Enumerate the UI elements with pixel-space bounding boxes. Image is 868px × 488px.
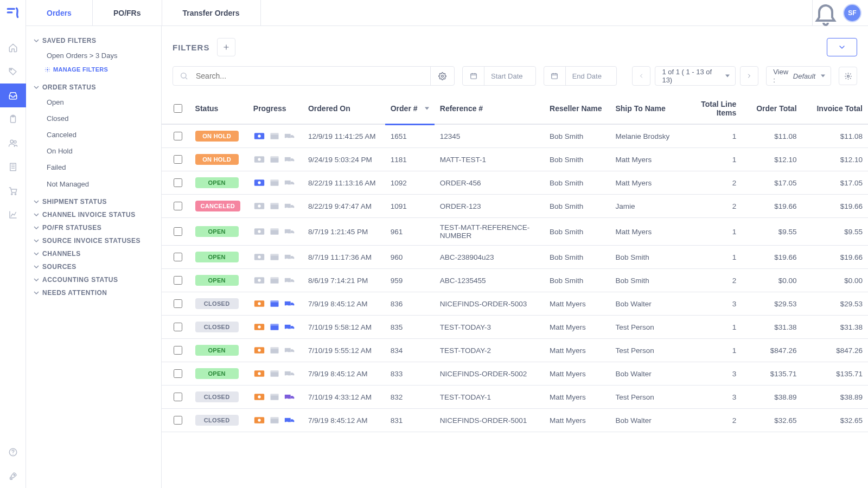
help-icon[interactable] [0, 440, 26, 464]
section-collapsed[interactable]: CHANNEL INVOICE STATUS [34, 211, 154, 219]
inbox-icon[interactable] [0, 84, 26, 107]
order-status-item[interactable]: Canceled [34, 127, 154, 143]
users-icon[interactable] [0, 131, 26, 155]
svg-rect-61 [270, 300, 278, 302]
table-row[interactable]: OPEN7/9/19 8:45:12 AM833NICEFINDS-ORDER-… [162, 362, 868, 386]
tab-transfer-orders[interactable]: Transfer Orders [162, 0, 261, 25]
cell-reference: TEST-TODAY-2 [435, 339, 544, 362]
cell-ship-to: Test Person [610, 316, 675, 339]
svg-rect-91 [270, 417, 278, 419]
row-checkbox[interactable] [174, 202, 182, 210]
order-status-item[interactable]: Not Managed [34, 176, 154, 192]
row-checkbox[interactable] [174, 323, 182, 331]
table-row[interactable]: CLOSED7/10/19 4:33:12 AM832TEST-TODAY-1M… [162, 386, 868, 409]
building-icon[interactable] [0, 155, 26, 179]
chart-icon[interactable] [0, 203, 26, 227]
search-input[interactable] [195, 67, 430, 85]
order-status-item[interactable]: On Hold [34, 143, 154, 159]
svg-point-0 [10, 69, 11, 70]
row-checkbox[interactable] [174, 393, 182, 401]
table-row[interactable]: OPEN8/22/19 11:13:16 AM1092ORDER-456Bob … [162, 171, 868, 195]
saved-filter-item[interactable]: Open Orders > 3 Days [34, 48, 154, 64]
tab-pofrs[interactable]: PO/FRs [93, 0, 162, 25]
prev-page-button[interactable] [632, 66, 650, 86]
section-collapsed[interactable]: ACCOUNTING STATUS [34, 276, 154, 284]
view-select[interactable]: View : Default [766, 66, 831, 86]
notifications-icon[interactable] [813, 0, 839, 26]
section-collapsed[interactable]: SOURCE INVOICE STATUSES [34, 237, 154, 245]
svg-point-33 [291, 184, 292, 186]
col-ship-to[interactable]: Ship To Name [610, 93, 675, 124]
col-order-total[interactable]: Order Total [742, 93, 802, 124]
search-field[interactable] [173, 66, 455, 86]
col-line-items[interactable]: Total Line Items [676, 93, 742, 124]
col-reseller[interactable]: Reseller Name [544, 93, 610, 124]
table-row[interactable]: OPEN7/10/19 5:55:12 AM834TEST-TODAY-2Mat… [162, 339, 868, 362]
table-row[interactable]: CANCELED8/22/19 9:47:47 AM1091ORDER-123B… [162, 195, 868, 218]
section-collapsed[interactable]: PO/FR STATUSES [34, 224, 154, 232]
row-checkbox[interactable] [174, 369, 182, 378]
order-status-item[interactable]: Failed [34, 159, 154, 176]
clipboard-icon[interactable] [0, 107, 26, 131]
section-title: CHANNELS [42, 250, 81, 258]
expand-panel-button[interactable] [827, 38, 857, 56]
table-row[interactable]: ON HOLD9/24/19 5:03:24 PM1181MATT-TEST-1… [162, 148, 868, 171]
table-settings-button[interactable] [839, 67, 857, 85]
user-avatar[interactable]: SF [843, 4, 861, 22]
row-checkbox[interactable] [174, 155, 182, 164]
order-status-item[interactable]: Closed [34, 111, 154, 127]
select-all-checkbox[interactable] [174, 104, 182, 113]
col-status[interactable]: Status [190, 93, 248, 124]
section-collapsed[interactable]: SHIPMENT STATUS [34, 198, 154, 206]
svg-point-29 [258, 181, 260, 184]
section-saved-filters[interactable]: SAVED FILTERS [34, 37, 154, 44]
col-reference[interactable]: Reference # [435, 93, 544, 124]
cell-ordered-on: 7/9/19 8:45:12 AM [303, 292, 385, 316]
row-checkbox[interactable] [174, 416, 182, 425]
end-date-input[interactable]: End Date [544, 66, 617, 86]
row-checkbox[interactable] [174, 299, 182, 308]
section-collapsed[interactable]: NEEDS ATTENTION [34, 289, 154, 297]
row-checkbox[interactable] [174, 178, 182, 187]
add-filter-button[interactable] [217, 38, 235, 56]
tag-icon[interactable] [0, 60, 26, 84]
table-row[interactable]: OPEN8/6/19 7:14:21 PM959ABC-1235455Bob S… [162, 269, 868, 292]
section-collapsed[interactable]: SOURCES [34, 263, 154, 271]
order-status-item[interactable]: Open [34, 94, 154, 111]
cell-order-number: 831 [385, 409, 435, 432]
section-collapsed[interactable]: CHANNELS [34, 250, 154, 258]
table-row[interactable]: CLOSED7/9/19 8:45:12 AM831NICEFINDS-ORDE… [162, 409, 868, 432]
row-checkbox[interactable] [174, 253, 182, 261]
row-checkbox[interactable] [174, 227, 182, 236]
col-invoice-total[interactable]: Invoice Total [802, 93, 868, 124]
search-settings-button[interactable] [430, 67, 454, 85]
svg-rect-31 [270, 179, 278, 181]
next-page-button[interactable] [740, 66, 758, 86]
page-select[interactable]: 1 of 1 ( 1 - 13 of 13) [655, 66, 736, 86]
status-badge: OPEN [195, 275, 239, 286]
table-row[interactable]: OPEN8/7/19 11:17:36 AM960ABC-238904u23Bo… [162, 246, 868, 269]
col-ordered-on[interactable]: Ordered On [303, 93, 385, 124]
home-icon[interactable] [0, 36, 26, 60]
svg-point-17 [258, 134, 260, 137]
section-order-status[interactable]: ORDER STATUS [34, 84, 154, 91]
table-row[interactable]: CLOSED7/10/19 5:58:12 AM835TEST-TODAY-3M… [162, 316, 868, 339]
cell-order-number: 832 [385, 386, 435, 409]
table-row[interactable]: CLOSED7/9/19 8:45:12 AM836NICEFINDS-ORDE… [162, 292, 868, 316]
row-checkbox[interactable] [174, 132, 182, 140]
row-checkbox[interactable] [174, 276, 182, 285]
cell-order-number: 959 [385, 269, 435, 292]
cell-reference: ORDER-456 [435, 171, 544, 195]
manage-filters-link[interactable]: MANAGE FILTERS [34, 64, 154, 78]
tab-orders[interactable]: Orders [26, 0, 93, 25]
rocket-icon[interactable] [0, 464, 26, 488]
cell-ship-to: Bob Smith [610, 246, 675, 269]
col-order-number[interactable]: Order # [385, 93, 435, 124]
table-row[interactable]: ON HOLD12/9/19 11:41:25 AM165112345Bob S… [162, 124, 868, 148]
cell-reseller: Matt Myers [544, 362, 610, 386]
row-checkbox[interactable] [174, 346, 182, 355]
start-date-input[interactable]: Start Date [462, 66, 536, 86]
cart-icon[interactable] [0, 179, 26, 203]
col-progress[interactable]: Progress [248, 93, 303, 124]
table-row[interactable]: OPEN8/7/19 1:21:45 PM961TEST-MATT-REFERE… [162, 218, 868, 246]
